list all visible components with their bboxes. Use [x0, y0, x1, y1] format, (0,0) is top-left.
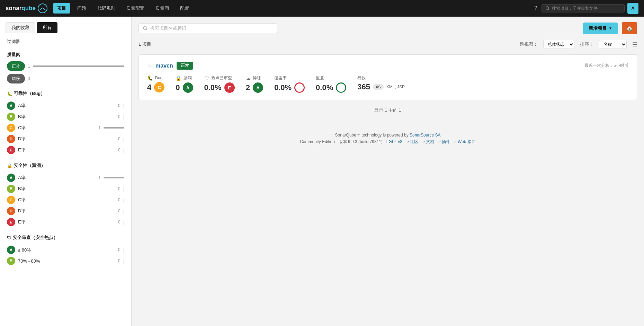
project-status-badge: 正常 — [177, 62, 193, 70]
reliability-b-count: 0 — [114, 114, 120, 119]
nav-item-config[interactable]: 配置 — [176, 3, 193, 14]
footer-brand: SonarQube™ technology is powered by Sona… — [144, 133, 632, 138]
security-e-separator: | — [123, 220, 124, 225]
global-search-input[interactable] — [552, 6, 621, 11]
footer-docs-link[interactable]: ↗ 文档 — [422, 139, 436, 144]
reliability-row-D[interactable]: D D率 0 | — [7, 133, 124, 144]
lines-langs: XML, JSP, ... — [386, 85, 410, 89]
metric-lines-header: 行数 — [357, 75, 410, 81]
footer-community-link[interactable]: ↗ 社区 — [406, 139, 420, 144]
project-search-input[interactable] — [150, 26, 272, 31]
nav-item-quality-profiles[interactable]: 质量配置 — [122, 3, 149, 14]
qg-error-count: 0 — [28, 74, 30, 83]
sec-review-count-2: 0 — [114, 258, 120, 263]
footer-lgpl-link[interactable]: LGPL v3 — [386, 139, 402, 144]
tab-my-favorites[interactable]: 我的收藏 — [6, 22, 35, 33]
security-row-B[interactable]: B B率 0 | — [7, 183, 124, 194]
reliability-e-label: E率 — [18, 147, 111, 153]
nav-item-quality-gates[interactable]: 质量阀 — [151, 3, 173, 14]
metric-smell-values: 2 A — [246, 82, 263, 93]
footer-separator-6: - — [451, 139, 454, 144]
smell-label: 异味 — [253, 75, 261, 81]
reliability-d-label: D率 — [18, 136, 111, 142]
rating-d-icon: D — [7, 135, 15, 143]
security-row-A[interactable]: A A率 1 — [7, 172, 124, 183]
footer-brand-link[interactable]: SonarSource SA — [410, 133, 440, 138]
user-avatar[interactable]: A — [627, 3, 638, 14]
security-review-row-2[interactable]: B 70% - 80% 0 | — [7, 255, 124, 266]
global-search[interactable] — [542, 4, 625, 12]
footer-separator-1: - — [336, 139, 338, 144]
footer-plugins-link[interactable]: ↗ 插件 — [438, 139, 451, 144]
lock-metric-icon: 🔒 — [176, 76, 181, 81]
lock-icon: 🔒 — [7, 163, 12, 168]
security-review-title: 🛡 安全审查（安全热点） — [7, 235, 124, 241]
nav-item-issues[interactable]: 问题 — [73, 3, 90, 14]
security-d-count: 0 — [114, 209, 120, 213]
reliability-d-count: 0 — [114, 136, 120, 141]
project-search[interactable] — [138, 23, 277, 33]
lines-size-badge: XS — [373, 84, 384, 90]
qg-error-button[interactable]: 错误 — [7, 74, 25, 83]
footer-separator-2: - — [384, 139, 386, 144]
sort-order-icon[interactable]: ☰ — [632, 41, 637, 48]
metric-bug-header: 🐛 Bug — [147, 75, 164, 81]
security-title: 🔒 安全性（漏洞） — [7, 162, 124, 169]
project-name-link[interactable]: maven — [155, 63, 173, 69]
sec-review-count-1: 0 — [114, 247, 120, 252]
footer-separator-4: - — [419, 139, 422, 144]
smell-rating-badge: A — [253, 82, 263, 93]
project-last-analysis: 最近一次分析：5小时后 — [584, 63, 628, 69]
smell-value: 2 — [246, 83, 250, 92]
security-filter: 🔒 安全性（漏洞） A A率 1 B B率 0 | C C率 0 — [0, 162, 131, 228]
metric-coverage-values: 0.0% — [274, 82, 305, 93]
project-card: ☆ maven 正常 最近一次分析：5小时后 🐛 Bug 4 C — [138, 54, 637, 100]
reliability-row-A[interactable]: A A率 0 | — [7, 100, 124, 111]
view-select[interactable]: 总体状态 新代码 — [543, 40, 574, 49]
security-a-label: A率 — [18, 175, 91, 181]
sec-review-b-icon: B — [7, 257, 15, 265]
qg-normal-button[interactable]: 正常 — [7, 61, 25, 71]
main-layout: 我的收藏 所有 过滤器 质量阀 正常 1 错误 0 🐛 — [0, 17, 644, 326]
main-toolbar: 新增项目 ▼ 🏠 — [138, 22, 637, 34]
reliability-b-label: B率 — [18, 114, 111, 120]
reliability-row-E[interactable]: E E率 0 | — [7, 144, 124, 156]
external-link-icon-4: ↗ — [454, 140, 457, 144]
svg-line-2 — [548, 9, 549, 10]
metric-hotspot-values: 0.0% E — [204, 82, 235, 93]
security-review-label: 安全审查（安全热点） — [13, 235, 58, 241]
rating-c-icon: C — [7, 124, 15, 132]
svg-point-3 — [143, 26, 146, 29]
home-button[interactable]: 🏠 — [622, 22, 637, 34]
reliability-e-count: 0 — [114, 148, 120, 152]
security-review-row-1[interactable]: A ≥ 80% 0 | — [7, 244, 124, 255]
security-row-C[interactable]: C C率 0 | — [7, 194, 124, 205]
security-c-separator: | — [123, 197, 124, 203]
reliability-row-C[interactable]: C C率 1 — [7, 122, 124, 133]
security-a-bar — [104, 177, 124, 178]
security-row-D[interactable]: D D率 0 | — [7, 205, 124, 217]
reliability-a-label: A率 — [18, 103, 111, 109]
sort-select[interactable]: 名称 日期 — [599, 40, 627, 49]
footer: SonarQube™ technology is powered by Sona… — [138, 127, 637, 150]
rating-b-icon: B — [7, 113, 15, 121]
new-project-button[interactable]: 新增项目 ▼ — [583, 23, 618, 34]
footer-web-link[interactable]: ↗ Web 接口 — [454, 139, 476, 144]
security-row-E[interactable]: E E率 0 | — [7, 217, 124, 228]
footer-separator-5: - — [435, 139, 438, 144]
reliability-row-B[interactable]: B B率 0 | — [7, 111, 124, 122]
security-label: 安全性（漏洞） — [14, 162, 45, 169]
security-c-count: 0 — [114, 197, 120, 202]
metrics-row: 🐛 Bug 4 C 🔒 漏洞 0 A — [147, 75, 628, 93]
nav-item-project[interactable]: 项目 — [53, 3, 70, 14]
search-icon — [143, 26, 147, 31]
logo[interactable]: sonarqube — [6, 3, 47, 13]
sec-rating-a-icon: A — [7, 174, 15, 182]
favorite-star-icon[interactable]: ☆ — [147, 62, 152, 69]
sec-review-a-icon: A — [7, 246, 15, 254]
metric-bug: 🐛 Bug 4 C — [147, 75, 164, 92]
help-icon[interactable]: ? — [533, 4, 539, 13]
footer-edition-text: Community Edition — [300, 139, 335, 144]
nav-item-rules[interactable]: 代码规则 — [93, 3, 119, 14]
tab-all[interactable]: 所有 — [37, 22, 57, 33]
